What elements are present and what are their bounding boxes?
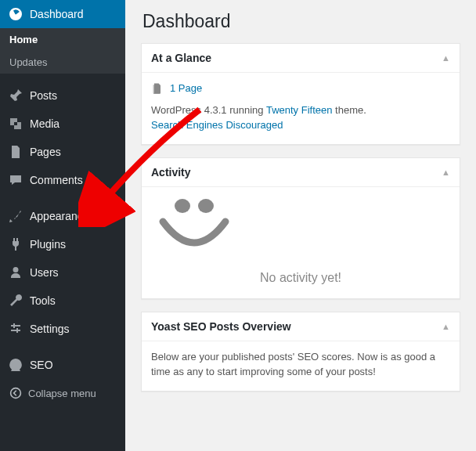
- sidebar-label: Tools: [30, 294, 56, 307]
- sidebar-label: Pages: [30, 146, 61, 158]
- sidebar-submenu-dashboard: Home Updates: [0, 28, 125, 74]
- at-a-glance-widget: At a Glance ▲ 1 Page WordPress 4.3.1 run…: [141, 43, 460, 145]
- toggle-icon[interactable]: ▲: [442, 53, 450, 63]
- wp-version-text: WordPress 4.3.1 running: [151, 104, 266, 116]
- toggle-icon[interactable]: ▲: [442, 322, 450, 331]
- sidebar-item-dashboard[interactable]: Dashboard: [0, 0, 125, 28]
- dashboard-icon: [8, 6, 23, 22]
- sidebar-item-tools[interactable]: Tools: [0, 287, 125, 315]
- sidebar-item-comments[interactable]: Comments: [0, 166, 125, 194]
- pin-icon: [8, 88, 23, 103]
- yoast-body-text: Below are your published posts' SEO scor…: [151, 351, 435, 378]
- sidebar-label: Plugins: [30, 238, 66, 251]
- widget-title: Activity: [151, 166, 191, 179]
- wp-version-suffix: theme.: [332, 104, 366, 116]
- collapse-icon: [8, 385, 23, 401]
- page-title: Dashboard: [142, 11, 460, 32]
- sidebar-item-settings[interactable]: Settings: [0, 315, 125, 343]
- toggle-icon[interactable]: ▲: [442, 168, 450, 177]
- tools-icon: [8, 293, 23, 308]
- sidebar-item-posts[interactable]: Posts: [0, 81, 125, 110]
- sidebar-item-plugins[interactable]: Plugins: [0, 230, 125, 258]
- widget-title: Yoast SEO Posts Overview: [151, 320, 291, 333]
- collapse-label: Collapse menu: [28, 388, 96, 399]
- svg-point-1: [175, 199, 190, 213]
- sidebar-label: Settings: [30, 323, 70, 335]
- sidebar-label: SEO: [30, 359, 53, 371]
- sidebar-item-pages[interactable]: Pages: [0, 138, 125, 166]
- widget-body: Below are your published posts' SEO scor…: [142, 341, 460, 391]
- sidebar-item-appearance[interactable]: Appearance: [0, 202, 125, 230]
- content-area: Dashboard At a Glance ▲ 1 Page WordPress…: [125, 0, 476, 451]
- sidebar-item-seo[interactable]: SEO: [0, 351, 125, 379]
- plugins-icon: [8, 236, 23, 252]
- sidebar-label: Dashboard: [30, 8, 84, 20]
- appearance-icon: [8, 208, 23, 224]
- sidebar-label: Users: [30, 266, 59, 279]
- svg-point-2: [198, 199, 214, 213]
- sidebar-label: Posts: [30, 89, 57, 102]
- submenu-item-updates[interactable]: Updates: [0, 51, 125, 74]
- comments-icon: [8, 172, 23, 188]
- widget-body: 1 Page WordPress 4.3.1 running Twenty Fi…: [142, 73, 460, 144]
- theme-link[interactable]: Twenty Fifteen: [266, 104, 333, 116]
- page-icon: [151, 82, 164, 95]
- pages-count-link[interactable]: 1 Page: [170, 81, 202, 96]
- widget-header[interactable]: Yoast SEO Posts Overview ▲: [142, 312, 460, 341]
- sidebar-label: Appearance: [30, 210, 89, 222]
- users-icon: [8, 265, 23, 280]
- smiley-icon: [151, 195, 450, 258]
- yoast-seo-widget: Yoast SEO Posts Overview ▲ Below are you…: [141, 312, 460, 391]
- collapse-menu-button[interactable]: Collapse menu: [0, 379, 125, 407]
- submenu-item-home[interactable]: Home: [0, 28, 125, 51]
- search-engines-link[interactable]: Search Engines Discouraged: [151, 119, 283, 131]
- sidebar-item-users[interactable]: Users: [0, 258, 125, 287]
- sidebar-label: Comments: [30, 174, 83, 186]
- admin-sidebar: Dashboard Home Updates Posts Media Pages…: [0, 0, 125, 451]
- seo-icon: [8, 357, 23, 373]
- widget-title: At a Glance: [151, 52, 211, 64]
- media-icon: [8, 116, 23, 132]
- no-activity-text: No activity yet!: [151, 269, 450, 287]
- svg-point-0: [11, 388, 21, 399]
- activity-widget: Activity ▲ No activity yet!: [141, 157, 460, 299]
- sidebar-item-media[interactable]: Media: [0, 110, 125, 138]
- settings-icon: [8, 321, 23, 337]
- pages-icon: [8, 144, 23, 160]
- widget-body: No activity yet!: [142, 187, 460, 298]
- sidebar-label: Media: [30, 117, 60, 130]
- widget-header[interactable]: At a Glance ▲: [142, 44, 460, 73]
- widget-header[interactable]: Activity ▲: [142, 158, 460, 187]
